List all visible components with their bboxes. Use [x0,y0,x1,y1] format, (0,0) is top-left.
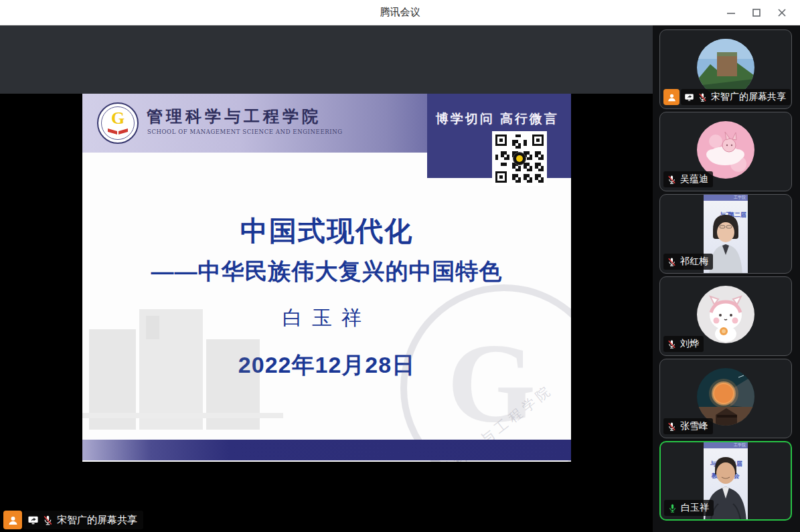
shared-screen-top-strip [0,25,653,94]
qr-code [492,131,547,186]
mic-muted-icon [667,422,677,432]
mountain-avatar-image [697,39,754,96]
school-name-cn: 管理科学与工程学院 [147,106,321,127]
participant-name: 白玉祥 [681,502,709,514]
school-logo: G [97,102,139,144]
logo-book-icon [107,127,129,135]
school-name-en: SCHOOL OF MANAGEMENT SCIENCE AND ENGINEE… [147,128,343,135]
participant-name: 吴蕴迪 [680,173,708,185]
participant-tile-liu-ye[interactable]: 刘烨 [659,276,792,356]
cartoon-kitten-avatar-image [697,286,754,343]
mic-muted-icon [42,515,54,526]
mic-muted-icon [698,92,708,102]
close-icon [777,8,787,17]
mic-muted-icon [667,257,677,267]
participants-sidebar: 宋智广的屏幕共享 [653,25,800,532]
window-title: 腾讯会议 [380,6,420,19]
participant-tile-qi-hongmei[interactable]: 工学院 与工 第二届 会 [659,194,792,274]
participant-tile-song-zhiguang[interactable]: 宋智广的屏幕共享 [659,29,792,109]
titlebar: 腾讯会议 [0,0,800,25]
slide-title: 中国式现代化 [82,213,571,250]
close-button[interactable] [769,0,795,25]
qr-center-logo [513,152,526,165]
participant-name: 宋智广的屏幕共享 [711,91,786,103]
participant-tile-bai-yuxiang[interactable]: 工学院 与工 二届 教职 会 [659,441,792,521]
mic-muted-icon [667,175,677,185]
screen-share-banner: 宋智广的屏幕共享 [3,511,143,529]
shared-screen-stage: G 管理科学与工程学院 SCHOOL OF MANAGEMENT SCIENCE… [0,25,653,532]
participant-name: 刘烨 [680,338,699,350]
tencent-meeting-window: 腾讯会议 G [0,0,800,532]
participant-tile-wu-yundi[interactable]: 吴蕴迪 [659,112,792,191]
mic-active-icon [667,503,677,513]
building-watermark [82,302,283,440]
participant-name: 祁红梅 [680,256,708,268]
slide-subtitle: ——中华民族伟大复兴的中国特色 [82,256,571,287]
host-badge-icon [663,89,679,105]
presentation-slide: G 管理科学与工程学院 SCHOOL OF MANAGEMENT SCIENCE… [82,94,571,462]
screen-share-icon [27,515,39,526]
minimize-button[interactable] [718,0,744,25]
share-banner-label: 宋智广的屏幕共享 [57,514,137,527]
moon-desert-avatar-image [697,368,754,426]
host-badge-icon [3,511,22,529]
pink-rabbit-avatar-image [697,121,754,179]
window-controls [718,0,795,25]
maximize-button[interactable] [744,0,769,25]
screen-share-icon [684,92,694,102]
mic-muted-icon [667,339,677,349]
participant-tile-zhang-xuefeng[interactable]: 张雪峰 [659,359,792,438]
maximize-icon [752,8,761,17]
minimize-icon [726,8,736,17]
participant-name: 张雪峰 [680,420,708,432]
slide-footer-band [82,440,571,460]
school-motto: 博学切问 高行微言 [436,110,559,128]
